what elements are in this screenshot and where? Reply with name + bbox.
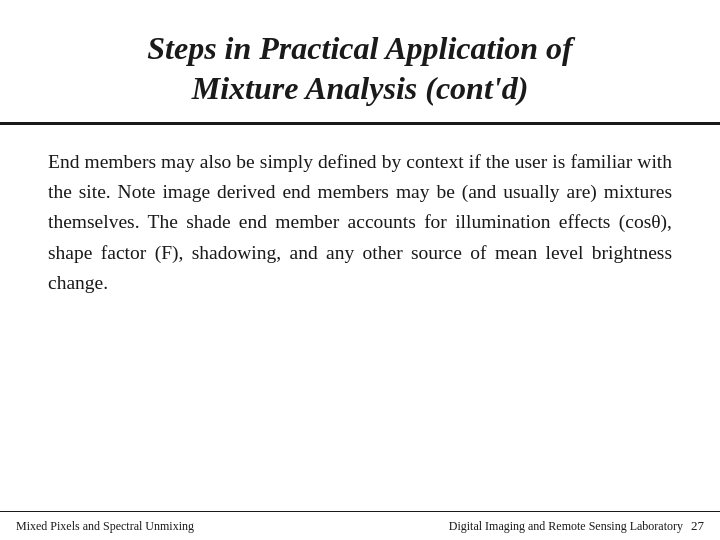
- footer-left-label: Mixed Pixels and Spectral Unmixing: [16, 519, 194, 534]
- title-line1: Steps in Practical Application of: [147, 30, 572, 66]
- slide-title: Steps in Practical Application of Mixtur…: [40, 28, 680, 108]
- page-number: 27: [691, 518, 704, 534]
- body-paragraph: End members may also be simply defined b…: [48, 147, 672, 298]
- footer-right-label: Digital Imaging and Remote Sensing Labor…: [449, 519, 683, 534]
- slide: Steps in Practical Application of Mixtur…: [0, 0, 720, 540]
- slide-footer: Mixed Pixels and Spectral Unmixing Digit…: [0, 511, 720, 540]
- title-line2: Mixture Analysis (cont'd): [192, 70, 529, 106]
- footer-right: Digital Imaging and Remote Sensing Labor…: [449, 518, 704, 534]
- slide-content: End members may also be simply defined b…: [0, 125, 720, 540]
- slide-header: Steps in Practical Application of Mixtur…: [0, 0, 720, 125]
